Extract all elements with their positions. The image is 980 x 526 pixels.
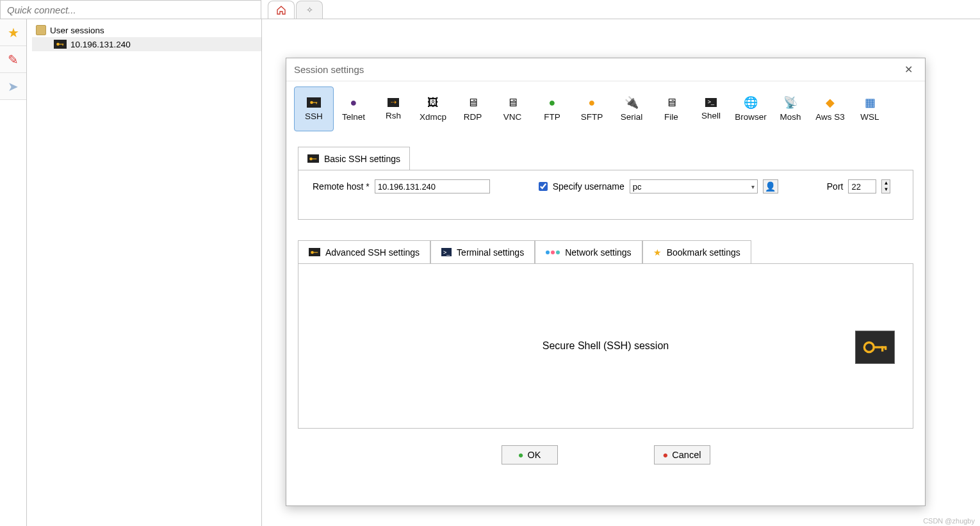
tab-bookmark-settings[interactable]: ★ Bookmark settings (642, 240, 751, 263)
wsl-icon: ▦ (865, 97, 876, 108)
folder-icon (36, 25, 46, 35)
home-icon (276, 5, 286, 15)
port-stepper[interactable]: ▲▼ (881, 179, 890, 193)
protocol-row: SSH ●Telnet ⇢Rsh 🖼Xdmcp 🖥RDP 🖥VNC ●FTP ●… (286, 81, 925, 134)
protocol-file[interactable]: 🖥File (651, 86, 691, 131)
tab-home[interactable] (268, 1, 295, 19)
protocol-vnc[interactable]: 🖥VNC (493, 86, 532, 131)
cancel-icon: ● (663, 450, 669, 460)
protocol-sftp[interactable]: ●SFTP (572, 86, 612, 131)
port-label: Port (827, 181, 844, 192)
protocol-ssh[interactable]: SSH (294, 86, 334, 131)
tree-session[interactable]: 10.196.131.240 (32, 37, 261, 51)
vnc-icon: 🖥 (507, 97, 518, 108)
tab-advanced-ssh[interactable]: Advanced SSH settings (298, 240, 430, 263)
svg-point-8 (311, 251, 314, 254)
specify-username-checkbox[interactable] (539, 182, 548, 191)
ftp-icon: ● (549, 97, 556, 108)
key-icon (307, 154, 319, 163)
sftp-icon: ● (589, 97, 596, 108)
dialog-title: Session settings (294, 64, 364, 75)
star-icon: ★ (653, 247, 662, 258)
aws-icon: ◆ (826, 97, 835, 108)
terminal-icon: >_ (441, 248, 452, 256)
xdmcp-icon: 🖼 (427, 97, 439, 108)
protocol-wsl[interactable]: ▦WSL (850, 86, 890, 131)
svg-point-10 (864, 343, 874, 352)
port-input[interactable] (848, 179, 876, 193)
file-icon: 🖥 (666, 97, 677, 108)
protocol-aws-s3[interactable]: ◆Aws S3 (810, 86, 850, 131)
globe-dark-icon: ● (350, 97, 357, 108)
serial-icon: 🔌 (625, 97, 639, 108)
protocol-serial[interactable]: 🔌Serial (612, 86, 651, 131)
left-toolbar: ★ ✎ ➤ (0, 19, 27, 526)
ok-button[interactable]: ● OK (502, 445, 558, 464)
svg-rect-7 (312, 158, 316, 159)
username-combobox[interactable]: pc ▾ (630, 179, 758, 193)
quick-connect-input[interactable] (1, 4, 261, 15)
protocol-telnet[interactable]: ●Telnet (334, 86, 373, 131)
tree-root[interactable]: User sessions (32, 23, 261, 37)
remote-host-label: Remote host * (313, 181, 370, 192)
tab-strip: ✧ (261, 0, 980, 19)
watermark: CSDN @zhugby (923, 517, 975, 525)
network-icon (546, 251, 560, 254)
protocol-rdp[interactable]: 🖥RDP (453, 86, 493, 131)
send-icon[interactable]: ➤ (0, 73, 26, 100)
tree-session-label: 10.196.131.240 (70, 40, 131, 49)
specify-username-label: Specify username (553, 181, 625, 192)
session-tree: User sessions 10.196.131.240 (27, 19, 262, 526)
tab-terminal-settings[interactable]: >_ Terminal settings (430, 240, 535, 263)
protocol-shell[interactable]: >_Shell (691, 86, 731, 131)
browser-icon: 🌐 (744, 97, 758, 108)
protocol-mosh[interactable]: 📡Mosh (771, 86, 810, 131)
close-icon[interactable]: ✕ (899, 63, 917, 76)
svg-rect-13 (885, 346, 886, 350)
person-icon: 👤 (765, 181, 776, 192)
protocol-browser[interactable]: 🌐Browser (731, 86, 771, 131)
session-type-title: Secure Shell (SSH) session (543, 340, 669, 352)
cancel-button[interactable]: ● Cancel (654, 445, 710, 464)
svg-point-3 (310, 101, 313, 104)
check-icon: ● (518, 450, 524, 460)
key-icon (54, 40, 67, 49)
protocol-ftp[interactable]: ●FTP (532, 86, 572, 131)
advanced-body: Secure Shell (SSH) session (298, 263, 913, 429)
key-icon-large (855, 331, 895, 364)
manage-credentials-button[interactable]: 👤 (763, 179, 778, 193)
protocol-xdmcp[interactable]: 🖼Xdmcp (413, 86, 453, 131)
protocol-rsh[interactable]: ⇢Rsh (373, 86, 413, 131)
svg-rect-5 (316, 102, 317, 104)
rsh-icon: ⇢ (388, 98, 399, 107)
tree-root-label: User sessions (50, 26, 104, 35)
session-settings-dialog: Session settings ✕ SSH ●Telnet ⇢Rsh 🖼Xdm… (286, 58, 926, 506)
svg-rect-9 (313, 252, 318, 252)
star-icon[interactable]: ★ (0, 19, 26, 46)
remote-host-input[interactable] (375, 179, 490, 193)
key-icon (307, 97, 321, 108)
key-icon (309, 248, 320, 256)
rdp-icon: 🖥 (467, 97, 478, 108)
svg-point-6 (309, 157, 313, 160)
tab-network-settings[interactable]: Network settings (535, 240, 642, 263)
svg-rect-2 (63, 44, 63, 45)
tools-icon[interactable]: ✎ (0, 46, 26, 73)
chevron-down-icon: ▾ (751, 183, 755, 190)
svg-point-0 (56, 43, 60, 46)
tab-new[interactable]: ✧ (296, 1, 323, 19)
svg-rect-12 (881, 346, 883, 351)
tab-basic-ssh[interactable]: Basic SSH settings (298, 147, 410, 170)
svg-rect-11 (873, 346, 886, 348)
shell-icon: >_ (705, 98, 717, 107)
mosh-icon: 📡 (783, 97, 797, 108)
